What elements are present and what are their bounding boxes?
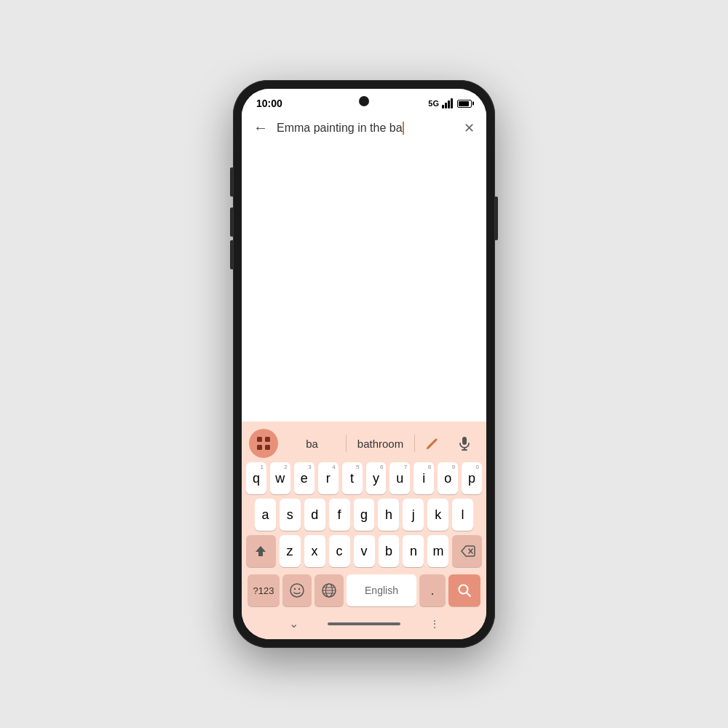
mic-icon	[456, 435, 472, 451]
globe-icon	[321, 582, 337, 598]
nav-bar: ⌄ ⋮	[245, 611, 483, 639]
battery-icon	[457, 100, 472, 108]
key-o[interactable]: 9 o	[438, 462, 458, 494]
clear-button[interactable]: ✕	[464, 120, 475, 136]
home-indicator[interactable]	[328, 622, 400, 625]
suggestion-word-1[interactable]: ba	[281, 433, 343, 454]
globe-key[interactable]	[314, 574, 344, 606]
key-n[interactable]: n	[403, 535, 424, 567]
suggestion-word-2[interactable]: bathroom	[349, 433, 411, 454]
key-v[interactable]: v	[354, 535, 375, 567]
time-display: 10:00	[256, 98, 282, 109]
network-indicator: 5G	[428, 99, 439, 108]
shift-icon	[253, 544, 268, 558]
key-z[interactable]: z	[280, 535, 301, 567]
key-e[interactable]: 3 e	[294, 462, 314, 494]
backspace-button[interactable]	[452, 535, 482, 567]
nav-grid-icon[interactable]: ⋮	[430, 618, 440, 630]
key-l[interactable]: l	[452, 499, 473, 531]
keyboard-row-1: 1 q 2 w 3 e 4 r 5 t	[245, 462, 483, 494]
key-t[interactable]: 5 t	[342, 462, 363, 494]
key-q[interactable]: 1 q	[246, 462, 266, 494]
apps-button[interactable]	[249, 429, 278, 458]
svg-rect-2	[257, 445, 262, 450]
key-r[interactable]: 4 r	[318, 462, 339, 494]
content-area	[242, 142, 486, 422]
svg-point-11	[298, 588, 300, 590]
search-text: Emma painting in the ba	[277, 122, 403, 135]
key-s[interactable]: s	[280, 499, 301, 531]
keyboard: ba bathroom	[242, 422, 486, 639]
svg-rect-4	[462, 437, 467, 445]
status-bar: 10:00 5G	[242, 89, 486, 114]
key-p[interactable]: 0 p	[462, 462, 482, 494]
key-u[interactable]: 7 u	[389, 462, 410, 494]
divider	[346, 435, 347, 452]
cursor	[403, 122, 404, 135]
emoji-key[interactable]	[282, 574, 312, 606]
keyboard-row-2: a s d f g h j k l	[245, 499, 483, 531]
space-key[interactable]: English	[347, 574, 416, 606]
keyboard-bottom-row: ?123	[245, 571, 483, 611]
svg-line-18	[467, 593, 470, 596]
apps-grid-icon	[256, 436, 271, 451]
svg-point-9	[290, 584, 304, 597]
shift-button[interactable]	[246, 535, 276, 567]
phone-screen: 10:00 5G ← Emma painting in the ba ✕	[242, 89, 486, 639]
divider-2	[414, 435, 415, 452]
key-x[interactable]: x	[304, 535, 325, 567]
key-m[interactable]: m	[427, 535, 448, 567]
key-b[interactable]: b	[379, 535, 400, 567]
period-key[interactable]: .	[419, 574, 446, 606]
svg-rect-1	[265, 437, 270, 442]
key-i[interactable]: 8 i	[414, 462, 434, 494]
signal-strength	[442, 98, 453, 108]
pencil-icon	[424, 435, 440, 451]
key-y[interactable]: 6 y	[366, 462, 387, 494]
backspace-icon	[459, 543, 475, 559]
back-button[interactable]: ←	[253, 119, 268, 136]
camera-notch	[359, 96, 369, 106]
key-c[interactable]: c	[329, 535, 350, 567]
key-a[interactable]: a	[255, 499, 276, 531]
key-d[interactable]: d	[304, 499, 325, 531]
emoji-icon	[289, 582, 305, 598]
key-h[interactable]: h	[378, 499, 399, 531]
key-w[interactable]: 2 w	[270, 462, 290, 494]
nav-chevron-icon[interactable]: ⌄	[289, 617, 298, 630]
key-f[interactable]: f	[329, 499, 350, 531]
suggestions-row: ba bathroom	[245, 426, 483, 461]
mic-button[interactable]	[450, 429, 479, 458]
key-j[interactable]: j	[403, 499, 424, 531]
search-icon	[456, 582, 472, 598]
key-k[interactable]: k	[427, 499, 448, 531]
search-key[interactable]	[448, 574, 480, 606]
status-icons: 5G	[428, 98, 472, 108]
key-g[interactable]: g	[354, 499, 375, 531]
svg-rect-0	[257, 437, 262, 442]
svg-rect-3	[265, 445, 270, 450]
keyboard-row-3: z x c v b n m	[245, 535, 483, 567]
search-bar: ← Emma painting in the ba ✕	[242, 114, 486, 142]
pencil-button[interactable]	[418, 429, 447, 458]
phone-device: 10:00 5G ← Emma painting in the ba ✕	[233, 80, 495, 648]
search-input-area[interactable]: Emma painting in the ba	[277, 122, 455, 135]
num-key[interactable]: ?123	[248, 574, 280, 606]
svg-point-10	[294, 588, 296, 590]
